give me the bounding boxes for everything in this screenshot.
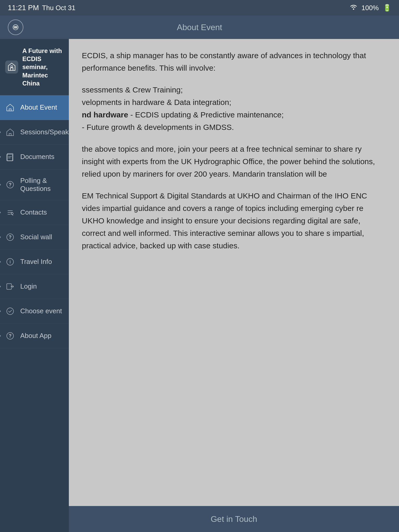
main-layout: A Future with ECDIS seminar, Marintec Ch… <box>0 39 399 532</box>
documents-icon <box>5 152 15 162</box>
polling-icon: ? <box>5 180 15 190</box>
sidebar-item-sessions[interactable]: Sessions/Speakers <box>0 120 69 145</box>
sidebar-item-contacts[interactable]: Contacts <box>0 200 69 225</box>
content-text: ECDIS, a ship manager has to be constant… <box>82 49 386 252</box>
svg-point-15 <box>11 212 13 215</box>
choose-event-icon <box>5 306 15 316</box>
bottom-bar: Get in Touch <box>69 506 399 532</box>
svg-rect-7 <box>7 154 12 161</box>
svg-text:?: ? <box>9 182 12 187</box>
home-icon <box>5 103 15 112</box>
sidebar-label-documents: Documents <box>20 153 55 161</box>
svg-text:i: i <box>10 259 11 264</box>
contacts-icon <box>5 208 15 217</box>
menu-button[interactable] <box>8 19 23 35</box>
content-para-2: ssessments & Crew Training; velopments i… <box>82 84 386 134</box>
sidebar-item-documents[interactable]: Documents <box>0 145 69 169</box>
svg-point-0 <box>353 9 354 10</box>
sidebar: A Future with ECDIS seminar, Marintec Ch… <box>0 39 69 532</box>
sidebar-item-polling[interactable]: ? Polling & Questions <box>0 169 69 200</box>
status-time: 11:21 PM <box>8 4 39 12</box>
main-content: ECDIS, a ship manager has to be constant… <box>69 39 399 532</box>
sidebar-label-contacts: Contacts <box>20 208 47 216</box>
about-app-icon: ? <box>5 331 15 341</box>
status-bar: 11:21 PM Thu Oct 31 100% 🔋 <box>0 0 399 16</box>
sidebar-item-login[interactable]: Login <box>0 274 69 299</box>
header-title: About Event <box>177 23 222 32</box>
app-title-block: A Future with ECDIS seminar, Marintec Ch… <box>0 39 69 95</box>
svg-text:?: ? <box>9 235 12 240</box>
svg-point-21 <box>7 308 14 315</box>
status-date: Thu Oct 31 <box>42 4 76 12</box>
top-header: About Event <box>0 16 399 39</box>
travel-info-icon: i <box>5 257 15 267</box>
sidebar-label-choose-event: Choose event <box>20 307 62 315</box>
sidebar-item-choose-event[interactable]: Choose event <box>0 299 69 324</box>
app-title-icon <box>5 61 18 74</box>
sidebar-label-sessions: Sessions/Speakers <box>20 128 69 136</box>
app-title-text: A Future with ECDIS seminar, Marintec Ch… <box>22 47 64 87</box>
sidebar-label-social-wall: Social wall <box>20 233 52 241</box>
sidebar-item-social-wall[interactable]: ? Social wall <box>0 225 69 250</box>
status-right: 100% 🔋 <box>350 4 391 12</box>
login-icon <box>5 282 15 291</box>
sessions-icon <box>5 127 15 137</box>
battery-icon: 🔋 <box>383 4 391 12</box>
svg-text:?: ? <box>9 333 12 338</box>
sidebar-label-polling: Polling & Questions <box>20 177 64 193</box>
social-wall-icon: ? <box>5 232 15 242</box>
sidebar-item-travel-info[interactable]: i Travel Info <box>0 250 69 274</box>
content-para-3: the above topics and more, join your pee… <box>82 143 386 180</box>
wifi-icon <box>350 4 357 12</box>
sidebar-item-about-event[interactable]: About Event <box>0 95 69 120</box>
content-area: ECDIS, a ship manager has to be constant… <box>69 39 399 506</box>
svg-rect-6 <box>7 154 13 161</box>
sidebar-label-about-app: About App <box>20 332 51 340</box>
sidebar-label-login: Login <box>20 282 37 290</box>
sidebar-label-travel-info: Travel Info <box>20 258 52 266</box>
sidebar-label-about-event: About Event <box>20 103 57 111</box>
content-para-4: EM Technical Support & Digital Standards… <box>82 190 386 252</box>
content-para-1: ECDIS, a ship manager has to be constant… <box>82 49 386 74</box>
svg-rect-5 <box>5 61 18 74</box>
battery-indicator: 100% <box>362 4 379 12</box>
get-in-touch-button[interactable]: Get in Touch <box>211 514 257 524</box>
sidebar-item-about-app[interactable]: ? About App <box>0 324 69 348</box>
